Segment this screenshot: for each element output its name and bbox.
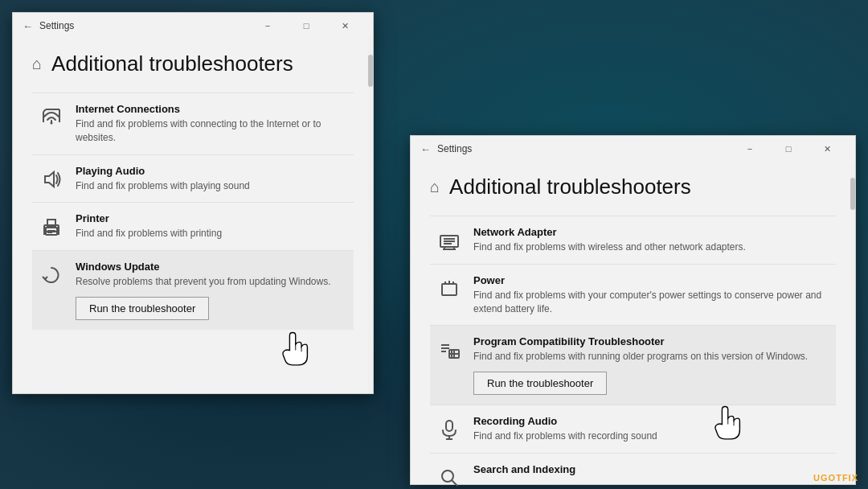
compat-name: Program Compatibility Troubleshooter	[473, 335, 829, 347]
svg-rect-21	[442, 284, 457, 295]
window2-title: Settings	[437, 143, 472, 154]
power-icon	[436, 276, 462, 302]
close-btn-1[interactable]: ✕	[326, 13, 363, 39]
power-name: Power	[473, 274, 829, 286]
printer-icon	[39, 214, 64, 240]
run-btn-1[interactable]: Run the troubleshooter	[76, 297, 209, 320]
window-controls-2: − □ ✕	[731, 136, 845, 162]
item-internet[interactable]: Internet Connections Find and fix proble…	[32, 92, 354, 154]
audio-desc: Find and fix problems with playing sound	[76, 179, 347, 193]
window1-content: ⌂ Additional troubleshooters Internet Co…	[13, 39, 373, 343]
home-icon-1: ⌂	[32, 55, 42, 73]
close-btn-2[interactable]: ✕	[809, 136, 845, 162]
scrollbar-1[interactable]	[368, 39, 373, 393]
item-network[interactable]: Network Adapter Find and fix problems wi…	[430, 216, 836, 264]
item-printer[interactable]: Printer Find and fix problems with print…	[32, 202, 354, 250]
compat-icon	[436, 337, 462, 363]
recording-text: Recording Audio Find and fix problems wi…	[473, 415, 829, 443]
minimize-btn-2[interactable]: −	[731, 136, 768, 162]
network-name: Network Adapter	[473, 226, 829, 238]
svg-marker-5	[45, 172, 54, 187]
settings-window-1: ← Settings − □ ✕ ⌂ Additional troublesho…	[12, 12, 374, 394]
window1-title: Settings	[39, 20, 74, 31]
scrollbar-thumb-2	[850, 178, 855, 210]
wifi-icon	[39, 105, 64, 130]
svg-rect-32	[446, 421, 452, 431]
recording-desc: Find and fix problems with recording sou…	[473, 429, 829, 443]
item-search[interactable]: Search and Indexing	[430, 453, 836, 489]
audio-name: Playing Audio	[76, 165, 347, 177]
watermark: UGOTFIX	[813, 473, 858, 483]
svg-point-0	[51, 122, 53, 125]
settings-window-2: ← Settings − □ ✕ ⌂ Additional troublesho…	[410, 135, 856, 485]
printer-text: Printer Find and fix problems with print…	[76, 212, 347, 240]
mic-icon	[436, 417, 462, 442]
maximize-btn-2[interactable]: □	[770, 136, 807, 162]
scrollbar-thumb-1	[368, 55, 373, 87]
winupdate-text: Windows Update Resolve problems that pre…	[76, 261, 347, 320]
minimize-btn-1[interactable]: −	[249, 13, 286, 39]
titlebar-2: ← Settings − □ ✕	[411, 136, 855, 162]
svg-line-1	[43, 109, 46, 112]
svg-line-36	[452, 480, 457, 486]
run-btn-2[interactable]: Run the troubleshooter	[473, 372, 607, 395]
audio-icon	[39, 166, 64, 192]
power-text: Power Find and fix problems with your co…	[473, 274, 829, 316]
search-text: Search and Indexing	[473, 463, 829, 478]
winupdate-name: Windows Update	[76, 261, 347, 273]
printer-desc: Find and fix problems with printing	[76, 227, 347, 240]
back-icon-2[interactable]: ←	[420, 143, 431, 155]
page-header-2: ⌂ Additional troubleshooters	[430, 162, 836, 216]
item-recording[interactable]: Recording Audio Find and fix problems wi…	[430, 405, 836, 453]
audio-text: Playing Audio Find and fix problems with…	[76, 165, 347, 193]
network-icon	[436, 228, 462, 253]
scrollbar-2[interactable]	[850, 162, 855, 484]
window-controls-1: − □ ✕	[249, 13, 363, 39]
power-desc: Find and fix problems with your computer…	[473, 289, 829, 316]
internet-text: Internet Connections Find and fix proble…	[76, 103, 347, 145]
svg-point-35	[442, 471, 453, 482]
titlebar-1: ← Settings − □ ✕	[13, 13, 373, 39]
search-name: Search and Indexing	[473, 463, 829, 475]
internet-desc: Find and fix problems with connecting to…	[76, 117, 347, 145]
compat-text: Program Compatibility Troubleshooter Fin…	[473, 335, 829, 395]
item-power[interactable]: Power Find and fix problems with your co…	[430, 264, 836, 326]
item-audio[interactable]: Playing Audio Find and fix problems with…	[32, 154, 354, 203]
page-header-1: ⌂ Additional troubleshooters	[32, 39, 354, 92]
search-icon	[436, 465, 462, 489]
winupdate-desc: Resolve problems that prevent you from u…	[76, 275, 347, 289]
network-text: Network Adapter Find and fix problems wi…	[473, 226, 829, 254]
recording-name: Recording Audio	[473, 415, 829, 427]
network-desc: Find and fix problems with wireless and …	[473, 240, 829, 254]
maximize-btn-1[interactable]: □	[288, 13, 325, 39]
item-winupdate[interactable]: Windows Update Resolve problems that pre…	[32, 250, 354, 330]
internet-name: Internet Connections	[76, 103, 347, 115]
page-title-2: Additional troubleshooters	[449, 175, 691, 199]
printer-name: Printer	[76, 212, 347, 224]
item-compat[interactable]: Program Compatibility Troubleshooter Fin…	[430, 325, 836, 405]
back-icon[interactable]: ←	[23, 20, 33, 32]
compat-desc: Find and fix problems with running older…	[473, 350, 829, 364]
update-icon	[39, 262, 64, 288]
home-icon-2: ⌂	[430, 178, 440, 196]
page-title-1: Additional troubleshooters	[51, 51, 293, 76]
window2-content: ⌂ Additional troubleshooters Network Ada…	[411, 162, 855, 489]
